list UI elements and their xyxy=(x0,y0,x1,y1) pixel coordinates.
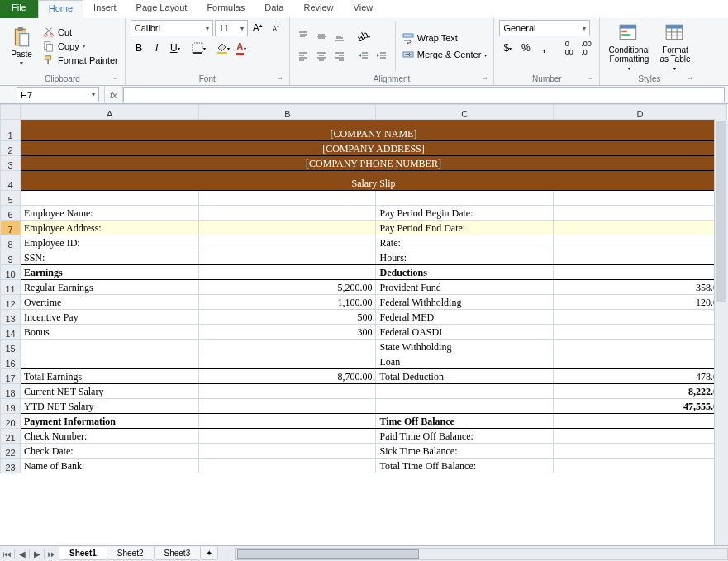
cell[interactable]: State Withholding xyxy=(376,340,553,354)
row-header[interactable]: 2 xyxy=(1,141,21,156)
align-left-button[interactable] xyxy=(295,48,312,64)
sheet-tab-1[interactable]: Sheet1 xyxy=(59,547,107,560)
formula-input[interactable] xyxy=(123,87,725,102)
cell[interactable]: 478.00 xyxy=(553,369,726,384)
format-painter-button[interactable]: Format Painter xyxy=(41,54,120,67)
cell[interactable] xyxy=(376,399,553,414)
sheet-nav-first[interactable]: ⏮ xyxy=(0,549,15,559)
row-header[interactable]: 14 xyxy=(1,325,21,340)
cell[interactable]: SSN: xyxy=(21,250,199,265)
cell[interactable] xyxy=(199,354,376,369)
sheet-nav-last[interactable]: ⏭ xyxy=(45,549,59,559)
grid[interactable]: A B C D 1[COMPANY NAME] 2[COMPANY ADDRES… xyxy=(0,104,728,545)
cell[interactable] xyxy=(199,444,376,459)
cell[interactable]: Paid Time Off Balance: xyxy=(376,429,553,444)
row-header[interactable]: 7 xyxy=(1,221,21,235)
scroll-thumb[interactable] xyxy=(716,121,726,302)
tab-data[interactable]: Data xyxy=(255,0,293,18)
align-middle-button[interactable] xyxy=(313,28,330,45)
cell[interactable]: 5,200.00 xyxy=(199,280,376,295)
cell[interactable]: Federal Withholding xyxy=(376,295,553,310)
new-sheet-button[interactable]: ✦ xyxy=(200,547,218,560)
cell[interactable] xyxy=(553,414,726,429)
conditional-formatting-button[interactable]: Conditional Formatting ▾ xyxy=(605,20,653,73)
cell[interactable]: Time Off Balance xyxy=(376,414,553,429)
col-header-A[interactable]: A xyxy=(21,105,199,120)
cell[interactable]: Total Earnings xyxy=(21,369,199,384)
sheet-tab-3[interactable]: Sheet3 xyxy=(154,547,202,560)
cell[interactable]: Deductions xyxy=(376,265,553,280)
cell[interactable] xyxy=(199,399,376,414)
row-header[interactable]: 15 xyxy=(1,340,21,354)
underline-button[interactable]: U▾ xyxy=(167,40,183,56)
row-header[interactable]: 20 xyxy=(1,414,21,429)
cell[interactable]: 8,700.00 xyxy=(199,369,376,384)
cut-button[interactable]: Cut xyxy=(41,26,120,39)
cell[interactable]: 120.00 xyxy=(553,295,726,310)
cell[interactable]: [COMPANY NAME] xyxy=(21,120,727,141)
cell[interactable]: [COMPANY ADDRESS] xyxy=(21,141,727,156)
format-as-table-button[interactable]: Format as Table ▾ xyxy=(656,20,693,73)
decrease-font-button[interactable]: A▾ xyxy=(268,20,284,36)
row-header[interactable]: 16 xyxy=(1,354,21,369)
cell[interactable]: 47,555.00 xyxy=(553,399,726,414)
cell[interactable] xyxy=(553,221,726,235)
cell[interactable]: Pay Period End Date: xyxy=(376,221,553,235)
scroll-thumb[interactable] xyxy=(237,549,419,559)
wrap-text-button[interactable]: Wrap Text xyxy=(401,31,489,45)
cell[interactable]: Federal MED xyxy=(376,310,553,325)
cell[interactable]: Salary Slip xyxy=(21,171,727,191)
cell[interactable]: - xyxy=(553,354,726,369)
cell[interactable]: [COMPANY PHONE NUMBER] xyxy=(21,156,727,171)
align-center-button[interactable] xyxy=(313,48,330,64)
font-color-button[interactable]: A▾ xyxy=(233,40,250,56)
vertical-scrollbar[interactable] xyxy=(714,119,728,545)
row-header[interactable]: 23 xyxy=(1,459,21,473)
sheet-tab-2[interactable]: Sheet2 xyxy=(107,547,155,560)
cell[interactable] xyxy=(199,384,376,399)
col-header-B[interactable]: B xyxy=(199,105,376,120)
number-format-combo[interactable]: General xyxy=(499,20,590,36)
cell[interactable] xyxy=(21,191,199,206)
cell[interactable] xyxy=(21,340,199,354)
row-header[interactable]: 1 xyxy=(1,120,21,141)
cell[interactable]: Sick Time Balance: xyxy=(376,444,553,459)
cell[interactable]: 500 xyxy=(199,310,376,325)
select-all-corner[interactable] xyxy=(1,105,21,120)
tab-review[interactable]: Review xyxy=(293,0,343,18)
increase-indent-button[interactable] xyxy=(374,48,390,64)
cell[interactable]: Overtime xyxy=(21,295,199,310)
row-header[interactable]: 22 xyxy=(1,444,21,459)
bold-button[interactable]: B xyxy=(131,40,147,56)
cell[interactable]: YTD NET Salary xyxy=(21,399,199,414)
cell[interactable] xyxy=(553,444,726,459)
decrease-decimal-button[interactable]: .00.0 xyxy=(578,40,594,56)
cell[interactable] xyxy=(376,191,553,206)
row-header[interactable]: 9 xyxy=(1,250,21,265)
merge-center-button[interactable]: Merge & Center ▾ xyxy=(401,48,489,61)
cell[interactable]: Bonus xyxy=(21,325,199,340)
cell[interactable]: Total Deduction xyxy=(376,369,553,384)
percent-button[interactable]: % xyxy=(517,40,534,56)
cell[interactable]: Current NET Salary xyxy=(21,384,199,399)
row-header[interactable]: 19 xyxy=(1,399,21,414)
decrease-indent-button[interactable] xyxy=(355,48,372,64)
cell[interactable] xyxy=(553,250,726,265)
row-header[interactable]: 3 xyxy=(1,156,21,171)
cell[interactable] xyxy=(199,235,376,250)
col-header-D[interactable]: D xyxy=(553,105,726,120)
row-header[interactable]: 8 xyxy=(1,235,21,250)
tab-formulas[interactable]: Formulas xyxy=(197,0,255,18)
col-header-C[interactable]: C xyxy=(376,105,553,120)
cell[interactable]: - xyxy=(553,340,726,354)
cell[interactable] xyxy=(553,191,726,206)
cell[interactable] xyxy=(553,206,726,221)
cell[interactable]: 1,100.00 xyxy=(199,295,376,310)
row-header[interactable]: 18 xyxy=(1,384,21,399)
cell[interactable]: Loan xyxy=(376,354,553,369)
sheet-nav-next[interactable]: ▶ xyxy=(30,549,45,559)
paste-button[interactable]: Paste ▼ xyxy=(5,20,38,73)
cell[interactable]: Check Date: xyxy=(21,444,199,459)
row-header[interactable]: 11 xyxy=(1,280,21,295)
cell[interactable] xyxy=(553,429,726,444)
